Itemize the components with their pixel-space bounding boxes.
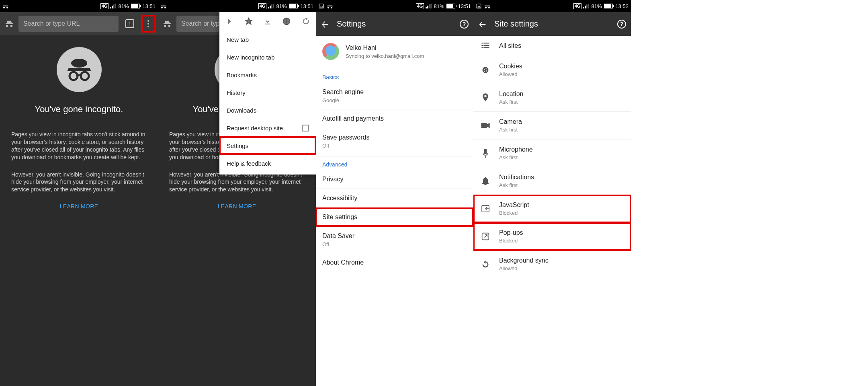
menu-item-history[interactable]: History — [219, 84, 316, 101]
setting-item-site-settings[interactable]: Site settings — [316, 208, 473, 226]
list-icon — [481, 43, 490, 49]
svg-rect-38 — [481, 123, 487, 128]
learn-more-link[interactable]: LEARN MORE — [158, 203, 316, 209]
menu-items: New tab New incognito tab Bookmarks Hist… — [219, 31, 316, 175]
info-icon[interactable] — [282, 17, 291, 26]
menu-item-new-tab[interactable]: New tab — [219, 31, 316, 48]
back-icon[interactable] — [478, 20, 487, 29]
svg-rect-2 — [113, 4, 115, 8]
incognito-indicator-icon[interactable] — [160, 17, 174, 31]
pin-icon — [481, 93, 490, 102]
svg-rect-1 — [112, 6, 113, 8]
help-icon[interactable]: ? — [460, 20, 469, 29]
network-type: 4G — [416, 3, 424, 9]
page-title: Settings — [337, 19, 452, 29]
clock: 13:52 — [615, 3, 628, 9]
site-row-camera[interactable]: CameraAsk first — [473, 112, 631, 140]
svg-point-16 — [286, 19, 287, 20]
status-bar: 4G 81% 13:52 — [473, 0, 631, 12]
svg-rect-22 — [477, 4, 481, 8]
site-row-all-sites[interactable]: All sites — [473, 36, 631, 56]
mic-icon — [481, 149, 490, 158]
menu-item-settings[interactable]: Settings — [219, 137, 316, 154]
svg-rect-29 — [481, 45, 483, 46]
avatar — [322, 43, 339, 60]
account-row[interactable]: Veiko Hani Syncing to veiko.hani@gmail.c… — [316, 36, 473, 67]
svg-rect-21 — [430, 4, 432, 8]
overflow-menu: New tab New incognito tab Bookmarks Hist… — [219, 12, 316, 175]
site-row-javascript[interactable]: JavaScriptBlocked — [473, 195, 631, 223]
setting-item-data-saver[interactable]: Data Saver Off — [316, 227, 473, 253]
site-row-location[interactable]: LocationAsk first — [473, 84, 631, 112]
signal-icon — [583, 4, 590, 8]
popup-icon — [481, 232, 490, 240]
setting-item-accessibility[interactable]: Accessibility — [316, 189, 473, 207]
site-row-cookies[interactable]: CookiesAllowed — [473, 56, 631, 84]
svg-point-6 — [81, 72, 89, 80]
setting-item-autofill[interactable]: Autofill and payments — [316, 109, 473, 128]
menu-item-bookmarks[interactable]: Bookmarks — [219, 66, 316, 84]
site-row-microphone[interactable]: MicrophoneAsk first — [473, 140, 631, 167]
battery-pct: 81% — [276, 3, 287, 9]
svg-rect-24 — [585, 6, 586, 8]
svg-rect-8 — [270, 6, 271, 8]
site-row-popups[interactable]: Pop-upsBlocked — [473, 223, 631, 250]
help-icon[interactable]: ? — [617, 20, 626, 29]
svg-rect-32 — [483, 47, 489, 48]
checkbox-icon[interactable] — [302, 125, 309, 131]
tab-switcher-button[interactable]: 1 — [121, 19, 139, 28]
svg-rect-20 — [429, 4, 430, 8]
panel-menu-open: 4G 81% 13:51 Search or type URL You've g… — [158, 0, 316, 386]
menu-item-help-feedback[interactable]: Help & feedback — [219, 154, 316, 172]
setting-item-search-engine[interactable]: Search engine Google — [316, 83, 473, 109]
section-head-advanced: Advanced — [316, 156, 473, 170]
clock: 13:51 — [142, 3, 156, 9]
incognito-ntp: You've gone incognito. Pages you view in… — [0, 35, 158, 386]
svg-point-4 — [71, 59, 87, 68]
status-bar: 4G 81% 13:51 — [316, 0, 473, 12]
setting-item-save-passwords[interactable]: Save passwords Off — [316, 128, 473, 154]
back-icon[interactable] — [321, 20, 330, 29]
forward-icon[interactable] — [225, 17, 234, 26]
download-icon[interactable] — [264, 17, 272, 25]
panel-incognito: 4G 81% 13:51 Search or type URL 1 — [0, 0, 158, 386]
site-settings-list: All sites CookiesAllowed LocationAsk fir… — [473, 36, 631, 278]
setting-item-privacy[interactable]: Privacy — [316, 170, 473, 189]
incognito-status-icon — [327, 3, 333, 9]
picture-status-icon — [318, 3, 324, 9]
app-bar: Settings ? — [316, 12, 473, 36]
site-row-background-sync[interactable]: Background syncAllowed — [473, 250, 631, 278]
svg-rect-30 — [483, 45, 489, 46]
menu-item-downloads[interactable]: Downloads — [219, 101, 316, 119]
incognito-status-icon — [2, 3, 9, 9]
app-bar: Site settings ? — [473, 12, 631, 36]
panel-settings: 4G 81% 13:51 Settings ? Veiko Hani Synci… — [316, 0, 473, 386]
svg-rect-28 — [483, 43, 489, 43]
picture-status-icon — [476, 3, 482, 9]
status-bar: 4G 81% 13:51 — [0, 0, 158, 12]
menu-item-request-desktop-site[interactable]: Request desktop site — [219, 119, 316, 137]
incognito-hero-icon — [57, 47, 102, 92]
search-input[interactable]: Search or type URL — [18, 16, 119, 32]
setting-item-about-chrome[interactable]: About Chrome — [316, 253, 473, 272]
site-row-notifications[interactable]: NotificationsAsk first — [473, 167, 631, 195]
camera-icon — [481, 122, 490, 129]
account-name: Veiko Hani — [346, 44, 424, 51]
svg-rect-17 — [319, 4, 323, 8]
signal-icon — [110, 4, 117, 8]
svg-rect-10 — [273, 4, 274, 8]
svg-rect-7 — [268, 7, 269, 8]
overflow-menu-button[interactable] — [141, 15, 156, 33]
settings-body: Veiko Hani Syncing to veiko.hani@gmail.c… — [316, 36, 473, 386]
battery-icon — [131, 4, 140, 8]
battery-icon — [289, 4, 298, 8]
incognito-indicator-icon[interactable] — [2, 17, 16, 31]
svg-rect-0 — [110, 7, 111, 8]
reload-icon[interactable] — [301, 17, 310, 26]
svg-point-33 — [483, 67, 489, 73]
menu-item-new-incognito-tab[interactable]: New incognito tab — [219, 48, 316, 66]
incognito-status-icon — [160, 3, 167, 9]
signal-icon — [426, 4, 432, 8]
learn-more-link[interactable]: LEARN MORE — [0, 203, 158, 209]
bookmark-star-icon[interactable] — [244, 17, 253, 26]
